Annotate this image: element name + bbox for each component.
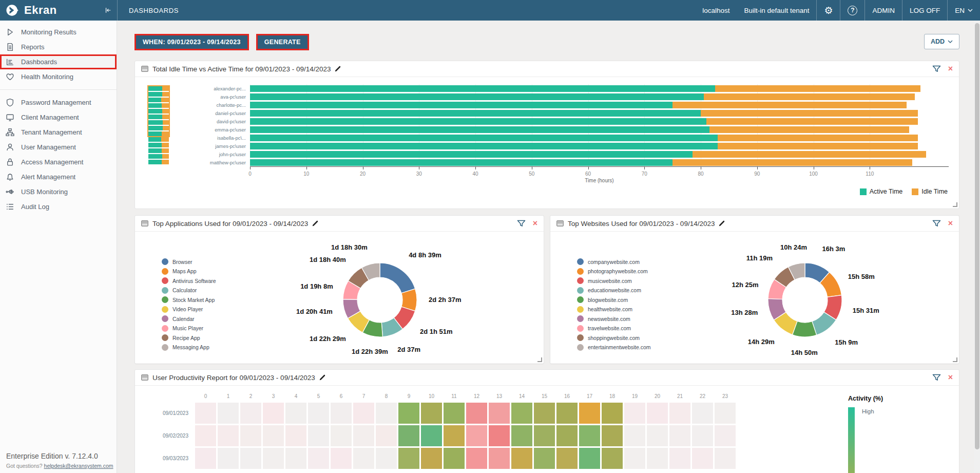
- donut-legend-item[interactable]: Music Player: [162, 325, 216, 332]
- sidebar-item-tenant-management[interactable]: Tenant Management: [0, 125, 117, 140]
- active-time-bar[interactable]: [250, 135, 718, 141]
- legend-label: Maps App: [172, 268, 197, 274]
- page-title: DASHBOARDS: [117, 0, 695, 21]
- donut-legend-item[interactable]: Antivirus Software: [162, 277, 216, 284]
- lock-icon: [6, 158, 14, 166]
- minimap-selection[interactable]: [147, 85, 170, 137]
- chart-minimap[interactable]: [148, 86, 172, 183]
- idle-time-bar[interactable]: [715, 85, 921, 92]
- idle-time-bar[interactable]: [709, 126, 910, 133]
- idle-time-bar[interactable]: [718, 135, 918, 141]
- legend-item[interactable]: Active Time: [860, 188, 903, 195]
- donut-legend-item[interactable]: Calculator: [162, 287, 216, 294]
- help-button[interactable]: ?: [840, 0, 864, 21]
- sidebar-item-usb-monitoring[interactable]: USB Monitoring: [0, 184, 117, 199]
- settings-button[interactable]: ⚙: [817, 0, 840, 21]
- edit-pencil-icon[interactable]: [312, 220, 319, 227]
- legend-label: shoppingwebsite.com: [588, 335, 640, 341]
- sidebar-item-access-management[interactable]: Access Management: [0, 155, 117, 169]
- filter-funnel-icon[interactable]: [932, 374, 941, 382]
- donut-legend-item[interactable]: healthwebsite.com: [577, 306, 651, 313]
- donut-legend-item[interactable]: Maps App: [162, 268, 216, 275]
- donut-legend-item[interactable]: newswebsite.com: [577, 315, 651, 322]
- legend-label: Recipe App: [172, 335, 200, 341]
- legend-dot: [162, 315, 168, 322]
- idle-time-bar[interactable]: [672, 102, 906, 108]
- vertical-scrollbar: [974, 21, 980, 473]
- collapse-left-icon[interactable]: [104, 7, 112, 14]
- edit-pencil-icon[interactable]: [319, 374, 326, 381]
- active-time-bar[interactable]: [250, 102, 672, 108]
- sidebar-item-monitoring-results[interactable]: Monitoring Results: [0, 25, 117, 40]
- donut-legend-item[interactable]: companywebsite.com: [577, 258, 651, 265]
- language-selector[interactable]: EN: [948, 0, 980, 21]
- activity-gradient-bar: [848, 407, 855, 473]
- donut-legend-item[interactable]: musicwebsite.com: [577, 277, 651, 284]
- active-time-bar[interactable]: [250, 110, 701, 117]
- idle-time-bar[interactable]: [701, 110, 918, 117]
- generate-button[interactable]: GENERATE: [256, 34, 309, 50]
- close-icon[interactable]: ×: [948, 219, 953, 228]
- idle-time-bar[interactable]: [706, 118, 918, 125]
- donut-legend-item[interactable]: photographywebsite.com: [577, 268, 651, 275]
- widget-icon: [141, 66, 148, 72]
- sidebar-item-health-monitoring[interactable]: Health Monitoring: [0, 69, 117, 84]
- heatmap-cell: [511, 448, 532, 469]
- filter-funnel-icon[interactable]: [517, 220, 526, 228]
- active-time-bar[interactable]: [250, 118, 706, 125]
- sidebar-item-dashboards[interactable]: Dashboards: [0, 54, 117, 69]
- active-time-bar[interactable]: [250, 143, 718, 149]
- active-time-bar[interactable]: [250, 159, 672, 166]
- donut-legend-item[interactable]: Messaging App: [162, 344, 216, 351]
- edit-pencil-icon[interactable]: [334, 65, 341, 72]
- donut-legend-item[interactable]: entertainmentwebsite.com: [577, 344, 651, 351]
- logoff-button[interactable]: LOG OFF: [902, 0, 947, 21]
- close-icon[interactable]: ×: [948, 65, 953, 73]
- donut-slice-browser[interactable]: [380, 263, 415, 293]
- slice-value-label: 13h 28m: [731, 309, 758, 316]
- idle-time-bar[interactable]: [693, 151, 926, 158]
- donut-legend-item[interactable]: Calendar: [162, 315, 216, 322]
- sidebar-item-password-management[interactable]: Password Management: [0, 95, 117, 110]
- legend-item[interactable]: Idle Time: [912, 188, 948, 195]
- scrollbar-thumb[interactable]: [975, 23, 979, 449]
- sidebar-item-user-management[interactable]: User Management: [0, 140, 117, 155]
- heatmap-cell: [715, 425, 736, 446]
- sidebar-item-reports[interactable]: Reports: [0, 40, 117, 54]
- legend-label: Calculator: [172, 287, 197, 293]
- active-time-bar[interactable]: [250, 85, 715, 92]
- donut-legend-item[interactable]: blogwebsite.com: [577, 296, 651, 303]
- active-time-bar[interactable]: [250, 151, 693, 158]
- helpdesk-link[interactable]: helpdesk@ekransystem.com: [44, 463, 113, 469]
- active-time-bar[interactable]: [250, 126, 709, 133]
- edit-pencil-icon[interactable]: [718, 220, 725, 227]
- donut-legend-item[interactable]: Browser: [162, 258, 216, 265]
- when-date-range-button[interactable]: WHEN: 09/01/2023 - 09/14/2023: [134, 34, 249, 50]
- heatmap-cell: [715, 448, 736, 469]
- donut-legend-item[interactable]: Recipe App: [162, 334, 216, 341]
- donut-legend-item[interactable]: Stock Market App: [162, 296, 216, 303]
- filter-funnel-icon[interactable]: [932, 220, 941, 228]
- idle-time-bar[interactable]: [704, 93, 915, 100]
- sidebar-item-client-management[interactable]: Client Management: [0, 110, 117, 125]
- active-time-bar[interactable]: [250, 93, 704, 100]
- sidebar-item-alert-management[interactable]: Alert Management: [0, 169, 117, 184]
- legend-dot: [162, 306, 168, 313]
- idle-time-bar[interactable]: [718, 143, 918, 149]
- donut-legend-item[interactable]: shoppingwebsite.com: [577, 334, 651, 341]
- minimap-row: [148, 137, 169, 142]
- user-menu[interactable]: ADMIN: [865, 0, 902, 21]
- donut-legend-item[interactable]: Video Player: [162, 306, 216, 313]
- donut-legend-item[interactable]: travelwebsite.com: [577, 325, 651, 332]
- slice-value-label: 14h 50m: [791, 349, 817, 356]
- donut-legend-item[interactable]: educationwebsite.com: [577, 287, 651, 294]
- close-icon[interactable]: ×: [948, 373, 953, 382]
- add-widget-button[interactable]: ADD: [924, 34, 959, 49]
- filter-funnel-icon[interactable]: [932, 65, 941, 73]
- sidebar-item-audit-log[interactable]: Audit Log: [0, 199, 117, 214]
- heatmap-cell: [263, 403, 284, 424]
- play-icon: [6, 28, 14, 36]
- heatmap-cell: [669, 403, 690, 424]
- close-icon[interactable]: ×: [533, 219, 537, 228]
- idle-time-bar[interactable]: [672, 159, 912, 166]
